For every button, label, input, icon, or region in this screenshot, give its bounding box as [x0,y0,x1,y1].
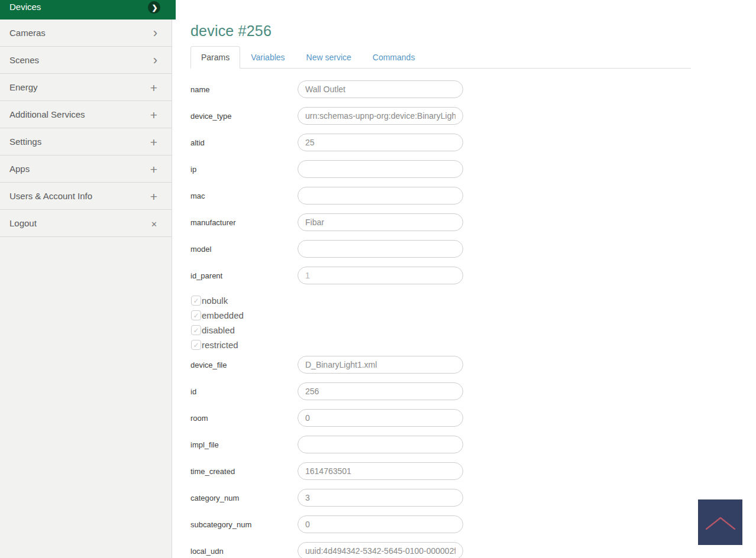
field-label: room [190,414,298,423]
sidebar-item-label: Cameras [9,28,46,38]
restricted-checkbox[interactable] [191,340,201,350]
sidebar-item-label: Logout [9,218,37,228]
field-row-device-file: device_file [190,356,691,374]
room-input[interactable] [298,409,463,427]
field-label: model [190,245,298,254]
field-row-ip: ip [190,160,691,178]
sidebar-item-label: Apps [9,164,30,174]
chevron-right-icon [153,27,157,40]
field-row-id-parent: id_parent [190,267,691,284]
category-num-input[interactable] [298,489,463,507]
field-row-time-created: time_created [190,462,691,480]
chevron-right-icon [153,54,157,67]
chevron-up-icon [705,514,736,531]
tab-new-service[interactable]: New service [296,46,362,69]
sidebar-item-devices[interactable]: Devices ❯ [0,0,176,20]
scroll-to-top-button[interactable] [698,499,742,545]
disabled-checkbox[interactable] [191,325,201,335]
field-label: altid [190,138,298,147]
subcategory-num-input[interactable] [298,515,463,533]
plus-icon [150,163,157,175]
sidebar-item-label: Energy [9,82,38,92]
name-input[interactable] [298,80,463,98]
checkbox-label: embedded [202,310,244,320]
field-label: category_num [190,494,298,502]
embedded-checkbox-row[interactable]: embedded [191,308,691,323]
checkbox-label: nobulk [202,296,228,306]
field-label: manufacturer [190,218,298,227]
field-row-category-num: category_num [190,489,691,507]
plus-icon [150,108,157,121]
sidebar-item-users-account-info[interactable]: Users & Account Info [0,183,172,210]
local-udn-input[interactable] [298,542,463,558]
tab-params[interactable]: Params [190,46,240,69]
sidebar-item-label: Devices [9,2,41,12]
field-label: name [190,85,298,94]
field-row-name: name [190,80,691,98]
field-row-mac: mac [190,187,691,205]
altid-input[interactable] [298,134,463,151]
nobulk-checkbox-row[interactable]: nobulk [191,293,691,308]
ip-input[interactable] [298,160,463,178]
field-row-impl-file: impl_file [190,436,691,453]
checkbox-label: disabled [202,325,235,335]
close-icon [151,219,157,228]
sidebar-item-cameras[interactable]: Cameras [0,20,172,47]
chevron-circle-icon[interactable]: ❯ [148,1,160,14]
sidebar-item-energy[interactable]: Energy [0,74,172,101]
sidebar-item-logout[interactable]: Logout [0,210,172,237]
field-row-altid: altid [190,134,691,151]
nobulk-checkbox[interactable] [191,296,201,306]
manufacturer-input[interactable] [298,213,463,231]
field-label: impl_file [190,440,298,449]
plus-icon [150,135,157,148]
sidebar-item-label: Settings [9,137,41,147]
field-row-room: room [190,409,691,427]
sidebar-item-scenes[interactable]: Scenes [0,47,172,74]
flags-group: nobulk embedded disabled restricted [191,293,691,352]
impl-file-input[interactable] [298,436,463,453]
field-label: device_type [190,112,298,121]
field-row-local-udn: local_udn [190,542,691,558]
field-row-manufacturer: manufacturer [190,213,691,231]
field-label: id_parent [190,271,298,280]
field-row-id: id [190,382,691,400]
field-label: subcategory_num [190,520,298,529]
sidebar-item-apps[interactable]: Apps [0,155,172,183]
params-form: name device_type altid ip mac manufactur… [190,80,691,558]
field-row-device-type: device_type [190,107,691,125]
time-created-input[interactable] [298,462,463,480]
model-input[interactable] [298,240,463,258]
page-title: device #256 [190,22,756,40]
id-input[interactable] [298,382,463,400]
sidebar: Devices ❯ Cameras Scenes Energy Addition… [0,0,172,558]
id-parent-input[interactable] [298,267,463,284]
field-label: local_udn [190,547,298,556]
plus-icon [150,81,157,93]
tab-variables[interactable]: Variables [240,46,295,69]
device-tabs: Params Variables New service Commands [190,46,691,69]
sidebar-item-settings[interactable]: Settings [0,128,172,155]
sidebar-item-additional-services[interactable]: Additional Services [0,101,172,128]
device-file-input[interactable] [298,356,463,374]
sidebar-item-label: Additional Services [9,109,85,119]
field-label: device_file [190,361,298,369]
mac-input[interactable] [298,187,463,205]
sidebar-item-label: Users & Account Info [9,191,92,201]
sidebar-item-label: Scenes [9,55,39,65]
restricted-checkbox-row[interactable]: restricted [191,338,691,352]
device-type-input[interactable] [298,107,463,125]
checkbox-label: restricted [202,340,238,350]
tab-commands[interactable]: Commands [362,46,426,69]
field-row-model: model [190,240,691,258]
main-content: device #256 Params Variables New service… [173,0,756,558]
field-row-subcategory-num: subcategory_num [190,515,691,533]
field-label: mac [190,192,298,200]
field-label: id [190,387,298,396]
field-label: time_created [190,467,298,476]
plus-icon [150,190,157,202]
field-label: ip [190,165,298,174]
disabled-checkbox-row[interactable]: disabled [191,323,691,338]
embedded-checkbox[interactable] [191,310,201,320]
sidebar-menu: Cameras Scenes Energy Additional Service… [0,20,172,237]
